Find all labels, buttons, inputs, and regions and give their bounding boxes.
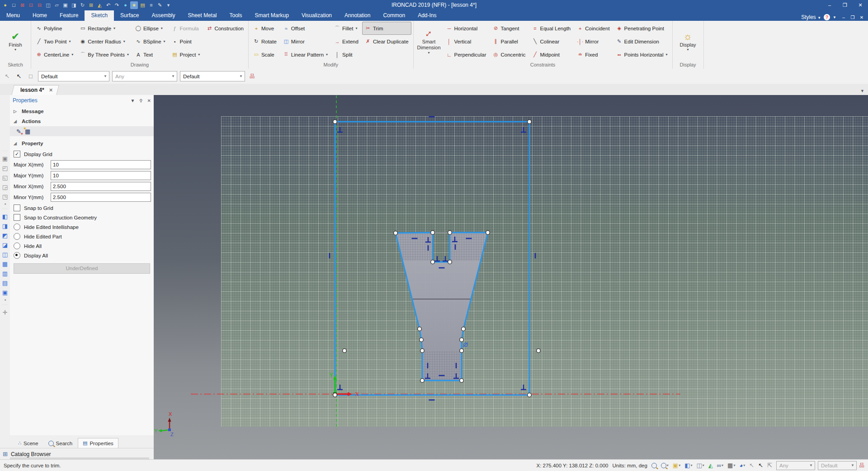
rail-tool-2-icon[interactable]: ◰ [1,164,9,172]
quickbar-more-icon[interactable]: ▾ [165,1,172,9]
smart-dimension-button[interactable]: ↕Smart Dimension▾ [415,22,443,61]
parallel-button[interactable]: ∥Parallel [490,35,528,48]
center-radius-button[interactable]: ◉Center Radius▾ [77,35,132,48]
rail-view-cube-13-icon[interactable]: ▦ [1,260,9,268]
scale-button[interactable]: ▭Scale [250,48,279,61]
text-button[interactable]: AText [132,48,168,61]
rail-tool-4-icon[interactable]: ◲ [1,183,9,191]
edit-dimension-action-icon[interactable]: ✎+ [16,128,21,135]
panel-pin-icon[interactable]: ⚲ [139,98,142,103]
help-icon[interactable]: ? [824,14,830,20]
offset-button[interactable]: ≈Offset [280,22,330,35]
render-mode-icon[interactable]: ◧▾ [684,462,692,469]
centerline-button[interactable]: ⊕CenterLine▾ [33,48,76,61]
section-message[interactable]: ▷ Message [10,106,154,116]
horizontal-button[interactable]: ─Horizontal [443,22,489,35]
hide-edited-intellishape-radio[interactable]: Hide Edited Intellishape [14,224,154,230]
wedge-icon[interactable]: ◭ [708,462,713,469]
pointer-ghost-icon[interactable]: ↖ [749,462,754,469]
hierarchy-icon[interactable]: 品 [248,72,257,81]
document-tab[interactable]: lesson 4* ✕ [11,85,59,95]
rail-tool-19-icon[interactable]: ✛ [1,308,9,316]
rail-view-cube-10-icon[interactable]: ◩ [1,231,9,239]
select-move-icon[interactable]: ↖ [3,72,12,81]
display-all-radio[interactable]: Display All [14,252,154,259]
snap-to-construction-checkbox[interactable]: Snap to Construction Geometry [14,214,154,221]
linear-pattern-button[interactable]: ⠿Linear Pattern▾ [280,48,330,61]
filter-combo[interactable]: Any▼ [112,71,177,81]
smart-render-icon[interactable]: ∗ [130,1,138,9]
split-button[interactable]: │Split [331,48,361,61]
tree-view-icon[interactable]: 品 [859,462,864,469]
ellipse-button[interactable]: ◯Ellipse▾ [132,22,168,35]
box-select-icon[interactable]: □ [26,72,35,81]
menu-tab-sketch[interactable]: Sketch [85,10,114,21]
perpendicular-button[interactable]: ∟Perpendicular [443,48,489,61]
midpoint-button[interactable]: ╱Midpoint [529,48,573,61]
menu-tab-tools[interactable]: Tools [223,10,249,21]
rail-view-cube-12-icon[interactable]: ◫ [1,250,9,258]
zoom-options-icon[interactable]: ▾ [661,463,669,468]
export-drawing-icon[interactable]: ⊟ [36,1,43,9]
render-bucket-icon[interactable]: ◭ [96,1,104,9]
finish-button[interactable]: ✔Finish▾ [2,22,29,61]
sketch-geometry[interactable]: YXXYZ [154,95,868,459]
document-tab-close-icon[interactable]: ✕ [49,87,53,93]
edit-dimension-button[interactable]: ✎Edit Dimension [613,35,670,48]
sphere-view-icon[interactable]: ● [122,1,129,9]
rail-view-cube-9-icon[interactable]: ◨ [1,222,9,230]
trim-button[interactable]: ✂Trim [362,22,411,35]
section-property[interactable]: ◢ Property [10,138,154,148]
two-point-button[interactable]: ╱Two Point▾ [33,35,76,48]
extend-button[interactable]: →Extend [331,35,361,48]
move-button[interactable]: +Move [250,22,279,35]
rail-tool-1-icon[interactable]: ▣ [1,154,9,162]
snap-to-grid-checkbox[interactable]: Snap to Grid [14,205,154,211]
style-brush-icon[interactable]: ✎ [156,1,164,9]
rotate-button[interactable]: ↻Rotate [250,35,279,48]
new-document-icon[interactable]: □ [10,1,18,9]
menu-tab-annotation[interactable]: Annotation [338,10,377,21]
hide-all-radio[interactable]: Hide All [14,243,154,249]
points-horizontal-button[interactable]: ••Points Horizontal▾ [613,48,670,61]
rectangle-button[interactable]: ▭Rectangle▾ [77,22,132,35]
undo-icon[interactable]: ↶ [104,1,112,9]
minor-x-field[interactable] [51,182,151,191]
menu-tab-menu[interactable]: Menu [0,10,26,21]
save-icon[interactable]: ▣ [61,1,69,9]
restore-icon[interactable]: ❐ [837,0,853,10]
zoom-window-icon[interactable] [651,463,657,468]
section-actions[interactable]: ◢ Actions [10,116,154,126]
help-dropdown-icon[interactable]: ▼ [833,15,836,19]
rail-tool-5-icon[interactable]: ◳ [1,192,9,200]
menu-tab-sheet-metal[interactable]: Sheet Metal [181,10,223,21]
doc-close-icon[interactable]: ✕ [857,14,866,21]
penetrating-point-button[interactable]: ◈Penetrating Point [613,22,670,35]
close-icon[interactable]: ✕ [853,0,868,10]
pointer-icon[interactable]: ↖ [758,462,763,469]
shading-mode-icon[interactable]: ▣▾ [673,462,680,469]
major-y-field[interactable] [51,171,151,180]
vertical-button[interactable]: │Vertical [443,35,489,48]
sketch-viewport[interactable]: YXXYZ [154,95,868,459]
menu-tab-home[interactable]: Home [26,10,53,21]
menu-tab-smart-markup[interactable]: Smart Markup [249,10,295,21]
anchor-cube-icon[interactable]: ◫▾ [696,462,704,469]
doc-minimize-icon[interactable]: – [839,14,848,21]
display-grid-checkbox[interactable]: ✓Display Grid [14,151,154,157]
doc-restore-icon[interactable]: ❐ [848,14,857,21]
catalog-browser-icon[interactable]: ▤ [139,1,146,9]
coincident-button[interactable]: +Coincident [574,22,612,35]
panel-menu-icon[interactable]: ▼ [130,98,135,103]
hide-edited-part-radio[interactable]: Hide Edited Part [14,233,154,240]
rotate-view-icon[interactable]: ↻ [79,1,86,9]
menu-tab-visualization[interactable]: Visualization [295,10,338,21]
catalog-browser-bar[interactable]: ⊞ Catalog Browser [0,448,157,460]
tangent-button[interactable]: ⊘Tangent [490,22,528,35]
minor-y-field[interactable] [51,193,151,202]
open-folder-icon[interactable]: ▱ [53,1,61,9]
construction-button[interactable]: ⇄Construction [203,22,246,35]
bspline-button[interactable]: ∿BSpline▾ [132,35,168,48]
rail-tool-3-icon[interactable]: ◱ [1,173,9,181]
equal-length-button[interactable]: =Equal Length [529,22,573,35]
